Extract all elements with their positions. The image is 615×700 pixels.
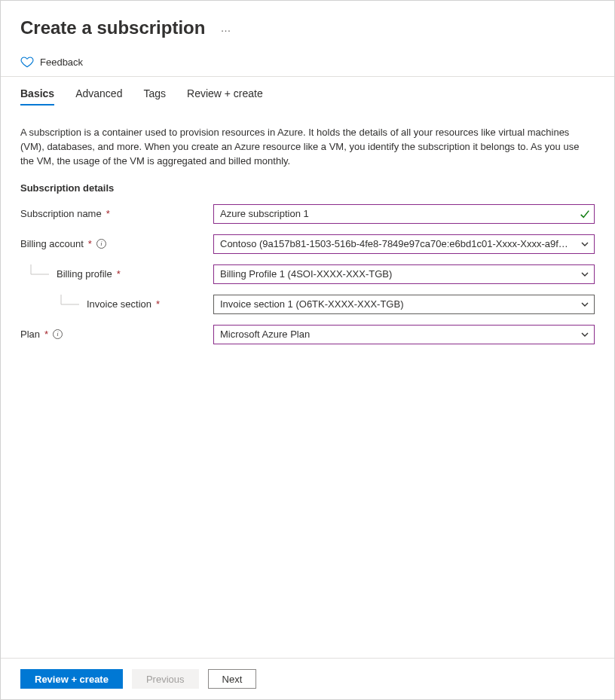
billing-profile-field[interactable] <box>213 264 595 284</box>
page-title: Create a subscription <box>20 17 205 38</box>
billing-account-field[interactable] <box>213 234 595 254</box>
info-icon[interactable]: i <box>96 239 106 249</box>
plan-field[interactable] <box>213 325 595 344</box>
info-icon[interactable]: i <box>53 329 63 339</box>
tab-review[interactable]: Review + create <box>187 87 263 105</box>
review-create-button[interactable]: Review + create <box>20 669 123 689</box>
label-billing-profile: Billing profile * <box>20 264 213 284</box>
tab-bar: Basics Advanced Tags Review + create <box>1 77 614 105</box>
feedback-label: Feedback <box>40 57 83 68</box>
billing-profile-dropdown[interactable] <box>213 264 595 284</box>
label-billing-account: Billing account * i <box>20 238 213 249</box>
label-plan: Plan * i <box>20 329 213 340</box>
invoice-section-dropdown[interactable] <box>213 295 595 314</box>
more-actions-icon[interactable]: … <box>220 22 231 34</box>
plan-dropdown[interactable] <box>213 325 595 344</box>
description-text: A subscription is a container used to pr… <box>20 126 595 169</box>
tab-basics[interactable]: Basics <box>20 87 54 105</box>
footer: Review + create Previous Next <box>1 658 614 699</box>
previous-button: Previous <box>132 669 199 689</box>
label-invoice-section: Invoice section * <box>20 295 213 314</box>
tab-advanced[interactable]: Advanced <box>75 87 122 105</box>
subscription-name-field[interactable] <box>213 204 595 224</box>
feedback-button[interactable]: Feedback <box>1 49 614 76</box>
required-icon: * <box>44 329 48 340</box>
tab-tags[interactable]: Tags <box>143 87 166 105</box>
subscription-name-input[interactable] <box>213 204 595 224</box>
next-button[interactable]: Next <box>208 669 257 689</box>
required-icon: * <box>117 268 121 280</box>
billing-account-dropdown[interactable] <box>213 234 595 254</box>
invoice-section-field[interactable] <box>213 295 595 314</box>
required-icon: * <box>88 238 92 249</box>
section-title: Subscription details <box>20 182 595 194</box>
required-icon: * <box>106 208 110 219</box>
label-subscription-name: Subscription name * <box>20 208 213 219</box>
heart-icon <box>20 55 34 69</box>
required-icon: * <box>156 298 160 310</box>
